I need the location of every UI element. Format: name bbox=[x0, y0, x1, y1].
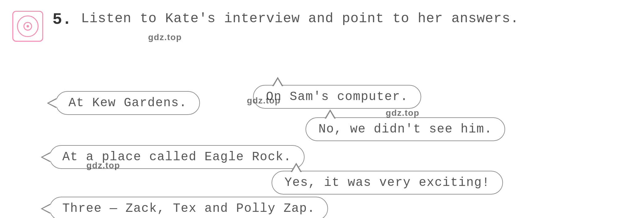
bubble-text-5: Yes, it was very exciting! bbox=[285, 176, 490, 190]
bubble-text-3: No, we didn't see him. bbox=[318, 122, 492, 136]
audio-circle-inner bbox=[23, 22, 32, 31]
bubble-three-zack[interactable]: Three — Zack, Tex and Polly Zap. bbox=[49, 197, 328, 218]
bubble-text-6: Three — Zack, Tex and Polly Zap. bbox=[62, 202, 315, 216]
exercise-instruction: Listen to Kate's interview and point to … bbox=[81, 9, 519, 28]
answers-area: At Kew Gardens. On Sam's computer. No, w… bbox=[12, 54, 632, 208]
bubble-at-kew-gardens[interactable]: At Kew Gardens. bbox=[56, 91, 200, 115]
audio-icon-box[interactable] bbox=[12, 11, 43, 42]
bubble-text-1: At Kew Gardens. bbox=[69, 96, 187, 110]
header-row: 5. Listen to Kate's interview and point … bbox=[12, 9, 632, 42]
bubble-yes-exciting[interactable]: Yes, it was very exciting! bbox=[272, 171, 503, 195]
page-container: 5. Listen to Kate's interview and point … bbox=[0, 0, 644, 218]
bubble-text-4: At a place called Eagle Rock. bbox=[62, 150, 292, 164]
exercise-number: 5. bbox=[52, 12, 72, 28]
bubble-on-sams-computer[interactable]: On Sam's computer. bbox=[253, 85, 421, 109]
bubble-text-2: On Sam's computer. bbox=[266, 90, 408, 104]
audio-dot bbox=[27, 25, 29, 27]
bubble-no-didnt-see-him[interactable]: No, we didn't see him. bbox=[305, 117, 505, 141]
audio-circle-outer bbox=[17, 15, 39, 37]
bubble-eagle-rock[interactable]: At a place called Eagle Rock. bbox=[49, 145, 305, 169]
